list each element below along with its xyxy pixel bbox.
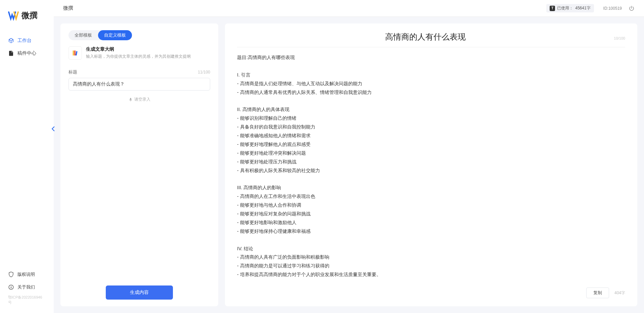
nav: 工作台 稿件中心: [0, 34, 54, 268]
svg-rect-6: [130, 98, 131, 100]
svg-rect-3: [73, 51, 74, 56]
header: 微撰 T 已使用： 45641字 ID:100519: [54, 0, 644, 17]
usage-value: 45641字: [575, 5, 590, 11]
logo: 微撰: [0, 10, 54, 34]
logo-text: 微撰: [21, 10, 38, 21]
nav-label: 稿件中心: [17, 50, 36, 56]
svg-rect-4: [74, 51, 76, 56]
template-title: 生成文章大纲: [86, 46, 191, 52]
voice-label: 请空录入: [134, 97, 150, 102]
document-icon: [8, 50, 14, 56]
nav-item-about[interactable]: 关于我们: [0, 281, 54, 294]
shield-icon: [8, 271, 14, 277]
nav-item-drafts[interactable]: 稿件中心: [0, 47, 54, 60]
sidebar-bottom: 版权说明 关于我们 鄂ICP备2022016946号: [0, 268, 54, 313]
output-char-count: 404字: [614, 290, 625, 296]
template-desc: 输入标题，为你提供文章主体的灵感，并为其创建推文提纲: [86, 54, 191, 59]
power-icon[interactable]: [629, 5, 635, 11]
output-panel: 高情商的人有什么表现 10/100 题目:高情商的人有哪些表现 I. 引言 - …: [225, 23, 637, 306]
svg-rect-1: [11, 287, 11, 289]
nav-label: 关于我们: [17, 284, 35, 290]
nav-label: 工作台: [17, 38, 32, 44]
nav-item-copyright[interactable]: 版权说明: [0, 268, 54, 281]
input-char-count: 11/100: [198, 70, 210, 74]
generate-button[interactable]: 生成内容: [106, 285, 173, 300]
main: 全部模板 自定义模板 生成文章大纲 输入标题，为你提供文章主体的灵感，并为其创建…: [54, 0, 644, 313]
nav-label: 版权说明: [17, 271, 35, 277]
svg-rect-2: [11, 286, 11, 286]
info-icon: [8, 284, 14, 290]
output-title-count: 10/100: [614, 36, 625, 40]
template-tabs: 全部模板 自定义模板: [68, 30, 132, 40]
input-panel: 全部模板 自定义模板 生成文章大纲 输入标题，为你提供文章主体的灵感，并为其创建…: [60, 23, 218, 306]
text-count-icon: T: [550, 6, 555, 11]
tab-all-templates[interactable]: 全部模板: [68, 30, 98, 40]
collapse-sidebar-icon[interactable]: [50, 126, 56, 132]
input-label: 标题: [68, 69, 77, 75]
output-body[interactable]: 题目:高情商的人有哪些表现 I. 引言 - 高情商是指人们处理情绪、与他人互动以…: [237, 53, 625, 283]
mic-icon: [128, 97, 133, 102]
books-icon: [72, 49, 79, 57]
logo-icon: [8, 10, 19, 21]
nav-item-workbench[interactable]: 工作台: [0, 34, 54, 47]
voice-input-button[interactable]: 请空录入: [68, 97, 210, 102]
title-input[interactable]: [68, 78, 210, 91]
icp-text: 鄂ICP备2022016946号: [0, 294, 54, 306]
copy-button[interactable]: 复制: [586, 288, 609, 298]
template-icon: [68, 46, 82, 60]
usage-badge[interactable]: T 已使用： 45641字: [546, 4, 594, 12]
user-id: ID:100519: [603, 6, 622, 11]
svg-rect-5: [76, 51, 78, 55]
page-title: 微撰: [63, 5, 73, 11]
sidebar: 微撰 工作台 稿件中心 版权说明 关于我们 鄂ICP备2022016946号: [0, 0, 54, 313]
tab-custom-template[interactable]: 自定义模板: [98, 30, 132, 40]
usage-label: 已使用：: [557, 5, 573, 11]
output-title: 高情商的人有什么表现: [237, 32, 614, 42]
template-card: 生成文章大纲 输入标题，为你提供文章主体的灵感，并为其创建推文提纲: [68, 46, 210, 60]
cube-icon: [8, 38, 14, 44]
